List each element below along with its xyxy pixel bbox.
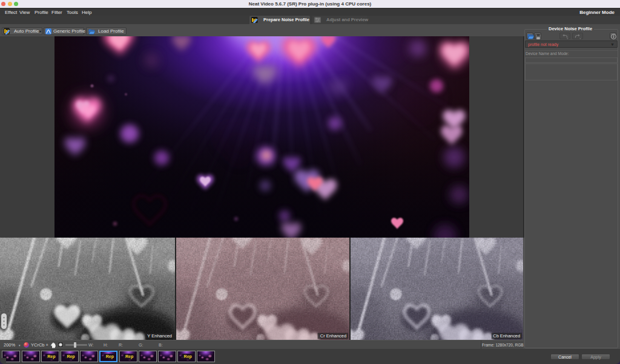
svg-text:Cb Enhanced: Cb Enhanced: [493, 333, 520, 339]
svg-text:Y Enhanced: Y Enhanced: [147, 333, 172, 339]
svg-text:Cr Enhanced: Cr Enhanced: [320, 333, 346, 339]
